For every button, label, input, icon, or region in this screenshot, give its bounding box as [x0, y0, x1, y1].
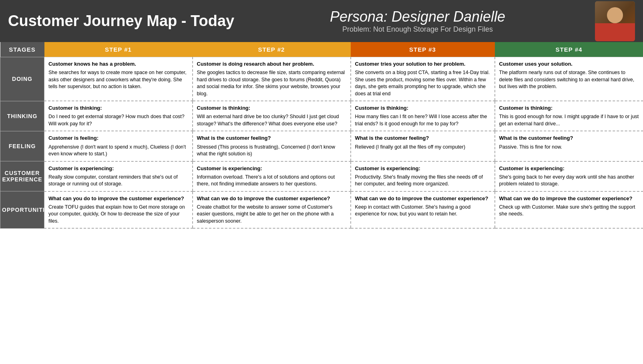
- thinking-step2-body: Will an external hard drive be too clunk…: [197, 114, 339, 127]
- thinking-step1: Customer is thinking: Do I need to get e…: [44, 101, 193, 131]
- opp-step1-body: Create TOFU guides that explain how to G…: [48, 204, 185, 224]
- thinking-step2: Customer is thinking: Will an external h…: [193, 101, 351, 131]
- step2-header: STEP #2: [193, 42, 351, 57]
- opp-step1: What can you do to improve the customer …: [44, 191, 193, 229]
- feeling-step2: What is the customer feeling? Stressed (…: [193, 131, 351, 161]
- cx-step3-body: Productivity. She's finally moving the f…: [355, 174, 483, 187]
- opp-step3-heading: What can we do to improve the customer e…: [355, 195, 490, 202]
- doing-step1-heading: Customer knows he has a problem.: [48, 60, 188, 68]
- avatar-image: [595, 1, 635, 41]
- persona-section: Persona: Designer Danielle Problem: Not …: [240, 8, 595, 34]
- opp-step3: What can we do to improve the customer e…: [351, 191, 495, 229]
- opportunities-label: OPPORTUNITIES: [0, 191, 44, 229]
- cx-step3-heading: Customer is experiencing:: [355, 165, 490, 172]
- cx-step2-body: Information overload. There's a lot of s…: [197, 174, 335, 187]
- thinking-row: THINKING Customer is thinking: Do I need…: [0, 101, 643, 131]
- feeling-step1-body: Apprehensive (I don't want to spend x mu…: [48, 144, 186, 157]
- thinking-step4-body: This is good enough for now. I might upg…: [499, 114, 639, 127]
- thinking-step1-heading: Customer is thinking:: [48, 105, 188, 112]
- opp-step1-heading: What can you do to improve the customer …: [48, 195, 188, 202]
- cx-step2-heading: Customer is experiencing:: [197, 165, 346, 172]
- opp-step2-heading: What can we do to improve the customer e…: [197, 195, 346, 202]
- thinking-step3: Customer is thinking: How many files can…: [351, 101, 495, 131]
- feeling-step3-body: Relieved (I finally got all the files of…: [355, 144, 466, 150]
- persona-name: Persona: Designer Danielle: [240, 8, 595, 25]
- doing-row: DOING Customer knows he has a problem. S…: [0, 57, 643, 101]
- feeling-step3: What is the customer feeling? Relieved (…: [351, 131, 495, 161]
- opp-step4: What can we do to improve the customer e…: [495, 191, 643, 229]
- cx-step4-heading: Customer is experiencing:: [499, 165, 639, 172]
- doing-step2: Customer is doing research about her pro…: [193, 57, 351, 101]
- opp-step3-body: Keep in contact with Customer. She's hav…: [355, 204, 471, 217]
- doing-step1: Customer knows he has a problem. She sea…: [44, 57, 193, 101]
- page-title: Customer Journey Map - Today: [8, 13, 240, 30]
- step-header-row: STAGES STEP #1 STEP #2 STEP #3 STEP #4: [0, 42, 643, 57]
- cx-step1-heading: Customer is experiencing:: [48, 165, 188, 172]
- thinking-step1-body: Do I need to get external storage? How m…: [48, 114, 185, 127]
- persona-problem: Problem: Not Enough Storage For Design F…: [240, 25, 595, 34]
- doing-step4-body: The platform nearly runs out of storage.…: [499, 70, 635, 89]
- feeling-label: FEELING: [0, 131, 44, 161]
- cx-label: CUSTOMER EXPERIENCE: [0, 161, 44, 191]
- step4-header: STEP #4: [495, 42, 643, 57]
- opp-step2-body: Create chatbot for the website to answer…: [197, 204, 334, 224]
- cx-step3: Customer is experiencing: Productivity. …: [351, 161, 495, 191]
- doing-step2-heading: Customer is doing research about her pro…: [197, 60, 346, 68]
- thinking-label: THINKING: [0, 101, 44, 131]
- opportunities-row: OPPORTUNITIES What can you do to improve…: [0, 191, 643, 229]
- cx-step4-body: She's going back to her every day work u…: [499, 174, 634, 187]
- doing-step4-heading: Customer uses your solution.: [499, 60, 639, 68]
- opp-step2: What can we do to improve the customer e…: [193, 191, 351, 229]
- feeling-step4-heading: What is the customer feeling?: [499, 135, 639, 142]
- header-title-section: Customer Journey Map - Today: [8, 13, 240, 30]
- cx-step1-body: Really slow computer, constant reminders…: [48, 174, 178, 187]
- journey-map-table: STAGES STEP #1 STEP #2 STEP #3 STEP #4 D…: [0, 42, 643, 229]
- thinking-step3-heading: Customer is thinking:: [355, 105, 490, 112]
- feeling-step1-heading: Customer is feeling:: [48, 135, 188, 142]
- feeling-step4: What is the customer feeling? Passive. T…: [495, 131, 643, 161]
- doing-step4: Customer uses your solution. The platfor…: [495, 57, 643, 101]
- feeling-step3-heading: What is the customer feeling?: [355, 135, 490, 142]
- thinking-step4-heading: Customer is thinking:: [499, 105, 639, 112]
- cx-row: CUSTOMER EXPERIENCE Customer is experien…: [0, 161, 643, 191]
- step1-header: STEP #1: [44, 42, 193, 57]
- opp-step4-heading: What can we do to improve the customer e…: [499, 195, 639, 202]
- thinking-step3-body: How many files can I fit on here? Will I…: [355, 114, 487, 127]
- avatar: [595, 1, 635, 41]
- step3-header: STEP #3: [351, 42, 495, 57]
- cx-step4: Customer is experiencing: She's going ba…: [495, 161, 643, 191]
- cx-step2: Customer is experiencing: Information ov…: [193, 161, 351, 191]
- stages-header: STAGES: [0, 42, 44, 57]
- feeling-step1: Customer is feeling: Apprehensive (I don…: [44, 131, 193, 161]
- opp-step4-body: Check up with Customer. Make sure she's …: [499, 204, 635, 217]
- feeling-step2-body: Stressed (This process is frustrating), …: [197, 144, 336, 157]
- doing-step3: Customer tries your solution to her prob…: [351, 57, 495, 101]
- thinking-step2-heading: Customer is thinking:: [197, 105, 346, 112]
- doing-label: DOING: [0, 57, 44, 101]
- thinking-step4: Customer is thinking: This is good enoug…: [495, 101, 643, 131]
- header: Customer Journey Map - Today Persona: De…: [0, 0, 643, 42]
- doing-step3-heading: Customer tries your solution to her prob…: [355, 60, 490, 68]
- doing-step1-body: She searches for ways to create more spa…: [48, 70, 187, 89]
- feeling-step2-heading: What is the customer feeling?: [197, 135, 346, 142]
- doing-step2-body: She googles tactics to decrease file siz…: [197, 70, 345, 97]
- feeling-row: FEELING Customer is feeling: Apprehensiv…: [0, 131, 643, 161]
- cx-step1: Customer is experiencing: Really slow co…: [44, 161, 193, 191]
- doing-step3-body: She converts on a blog post CTA, startin…: [355, 70, 490, 97]
- feeling-step4-body: Passive. This is fine for now.: [499, 144, 562, 150]
